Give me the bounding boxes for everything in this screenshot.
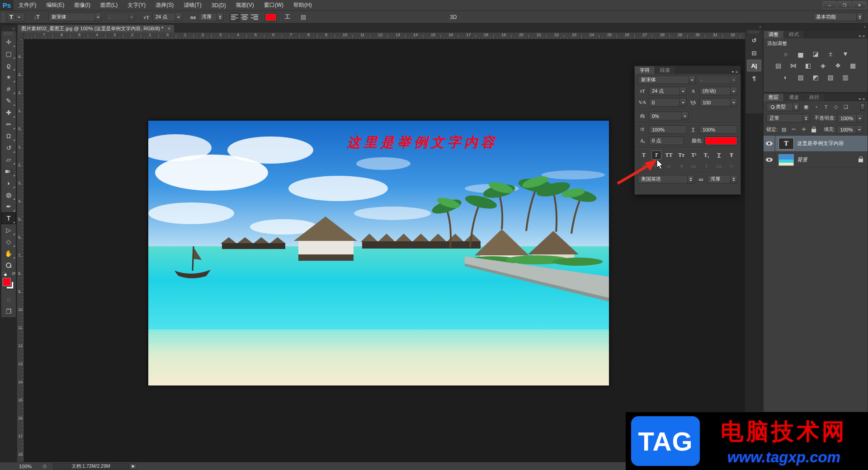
invert-icon[interactable]: ◐ [780, 72, 792, 82]
text-color-swatch[interactable] [265, 13, 277, 21]
baseline-shift-field[interactable]: 0 点 [649, 136, 684, 145]
blend-mode-select[interactable]: 正常 [766, 114, 810, 122]
filter-type-layers-icon[interactable]: T [821, 103, 830, 111]
ligatures-button[interactable]: fi [639, 162, 649, 170]
exposure-icon[interactable]: ± [825, 49, 836, 59]
history-brush-tool[interactable]: ↺ [1, 142, 16, 154]
foreground-color-swatch[interactable] [2, 277, 11, 287]
brightness-contrast-icon[interactable]: ☼ [780, 49, 792, 59]
warp-text-icon[interactable]: 工 [283, 13, 292, 21]
swash-button[interactable]: A [676, 162, 686, 170]
move-tool[interactable]: ✛ [1, 36, 16, 48]
minimize-button[interactable]: ─ [823, 1, 836, 9]
blur-tool[interactable]: ◗ [1, 177, 16, 189]
panel-menu-icon[interactable]: ≡ [859, 97, 868, 101]
dock-collapse-icon[interactable]: « [745, 24, 763, 30]
layer-name[interactable]: 这里是举例文字内容 [797, 140, 844, 147]
layer-name[interactable]: 背景 [797, 156, 807, 163]
default-colors-icon[interactable] [3, 272, 7, 276]
tab-layers[interactable]: 图层 [764, 94, 784, 101]
language-select[interactable]: 美国英语 [638, 175, 694, 183]
menu-view[interactable]: 视图(V) [231, 0, 259, 11]
quick-mask-button[interactable]: ◌ [1, 294, 16, 306]
color-lookup-icon[interactable]: ▦ [847, 61, 859, 70]
tab-character[interactable]: 字符 [635, 66, 655, 74]
char-font-style-select[interactable]: - [698, 75, 737, 84]
screen-mode-button[interactable]: ❐ [1, 306, 16, 317]
tab-adjustments[interactable]: 调整 [764, 31, 784, 38]
tracking-select[interactable]: 100 [699, 98, 737, 107]
tab-close-icon[interactable]: × [168, 26, 170, 31]
canvas-text-layer[interactable]: 这里是举例文字内容 [347, 133, 498, 152]
tsume-select[interactable]: 0% [649, 112, 689, 120]
tab-channels[interactable]: 通道 [784, 94, 804, 101]
character-panel-icon[interactable]: A| [747, 60, 761, 71]
filter-smart-objects-icon[interactable]: ❏ [841, 103, 850, 111]
align-center-button[interactable] [240, 13, 250, 22]
align-right-button[interactable] [250, 13, 259, 22]
filter-toggle[interactable] [860, 103, 865, 111]
horizontal-type-tool[interactable]: T [1, 212, 16, 224]
panel-menu-icon[interactable]: ≡ [859, 34, 868, 38]
menu-select[interactable]: 选择(S) [151, 0, 179, 11]
swap-colors-icon[interactable]: ⇄ [12, 271, 15, 276]
shape-tool[interactable]: ◇ [1, 236, 16, 248]
kerning-select[interactable]: 0 [649, 98, 687, 107]
dodge-tool[interactable]: ◍ [1, 189, 16, 201]
strikethrough-button[interactable]: Ŧ [726, 150, 736, 160]
clone-stamp-tool[interactable]: Ω [1, 130, 16, 142]
threshold-icon[interactable]: ◩ [810, 72, 821, 82]
crop-tool[interactable]: # [1, 83, 16, 95]
menu-window[interactable]: 窗口(W) [259, 0, 288, 11]
anti-alias-select[interactable]: 浑厚 [198, 13, 224, 21]
black-white-icon[interactable]: ◧ [802, 61, 814, 70]
eraser-tool[interactable]: ▱ [1, 154, 16, 165]
menu-image[interactable]: 图像(I) [69, 0, 95, 11]
gradient-map-icon[interactable]: ▧ [825, 72, 836, 82]
all-caps-button[interactable]: TT [664, 150, 674, 160]
status-expand-button[interactable]: ▶ [130, 463, 137, 470]
fill-select[interactable]: 100% [837, 125, 863, 134]
brush-tool[interactable]: ✏ [1, 118, 16, 130]
stylistic-alternates-button[interactable]: aa [689, 162, 699, 170]
menu-type[interactable]: 文字(Y) [123, 0, 151, 11]
posterize-icon[interactable]: ▨ [795, 72, 807, 82]
fractions-button[interactable]: ½ [726, 162, 736, 170]
menu-3d[interactable]: 3D(D) [207, 0, 231, 11]
3d-panel-icon[interactable]: ⊡ [747, 47, 761, 59]
superscript-button[interactable]: T¹ [689, 150, 699, 160]
workspace-select[interactable]: 基本功能 [813, 13, 863, 21]
char-font-family-select[interactable]: 新宋体 [638, 75, 696, 84]
levels-icon[interactable]: ▅ [795, 49, 807, 59]
font-family-select[interactable]: 新宋体 [48, 13, 102, 21]
toolbar-collapse-icon[interactable]: » [1, 26, 16, 31]
menu-edit[interactable]: 编辑(E) [41, 0, 69, 11]
leading-select[interactable]: (自动) [699, 87, 737, 95]
channel-mixer-icon[interactable]: ❖ [832, 61, 844, 70]
layer-filter-select[interactable]: 类型 [766, 103, 800, 111]
background-layer-thumbnail[interactable] [778, 154, 794, 166]
menu-file[interactable]: 文件(F) [14, 0, 41, 11]
layer-row-background[interactable]: 背景 [764, 152, 868, 168]
underline-button[interactable]: T [714, 150, 724, 160]
document-tab[interactable]: 图片素材02_看图王.jpg @ 100% (这里是举例文字内容, RGB/8)… [17, 24, 175, 33]
spot-healing-brush-tool[interactable]: ✚ [1, 107, 16, 118]
close-button[interactable]: ✕ [853, 1, 866, 9]
filter-pixel-layers-icon[interactable]: ▣ [802, 103, 811, 111]
rectangular-marquee-tool[interactable]: ▢ [1, 48, 16, 60]
hand-tool[interactable]: ✋ [1, 248, 16, 259]
small-caps-button[interactable]: Tᴛ [676, 150, 686, 160]
restore-button[interactable]: ❐ [838, 1, 851, 9]
filter-adjustment-layers-icon[interactable]: ◔ [811, 103, 821, 111]
zoom-level-field[interactable]: 100% [19, 464, 32, 469]
menu-filter[interactable]: 滤镜(T) [179, 0, 206, 11]
tab-paths[interactable]: 路径 [804, 94, 825, 101]
faux-bold-button[interactable]: T [639, 150, 649, 160]
path-selection-tool[interactable]: ▷ [1, 224, 16, 236]
paragraph-panel-icon[interactable]: ¶ [747, 72, 761, 84]
zoom-tool[interactable] [1, 259, 16, 271]
text-layer-thumbnail[interactable]: T [778, 138, 794, 150]
tab-styles[interactable]: 样式 [784, 31, 804, 38]
lock-transparency-button[interactable]: ▨ [779, 126, 788, 134]
toggle-panels-icon[interactable]: ▤ [298, 14, 308, 20]
